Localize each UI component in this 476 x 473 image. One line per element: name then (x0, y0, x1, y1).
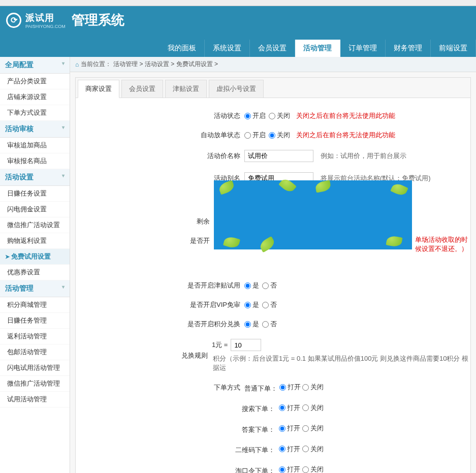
logo-sub: PAISHIYONG.COM (25, 24, 66, 29)
logo-icon: ⟳ (6, 13, 21, 28)
side-item-2-3[interactable]: 购物返利设置 (0, 233, 70, 249)
label-activity-status: 活动状态 (76, 111, 244, 120)
radio-points-no[interactable]: 否 (262, 320, 277, 329)
label-points: 是否开启积分兑换 (76, 320, 244, 329)
sidebar: 全局配置产品分类设置店铺来源设置下单方式设置活动审核审核追加商品审核报名商品活动… (0, 57, 70, 473)
hint-price-name: 例如：试用价，用于前台展示 (321, 151, 406, 161)
mode-label-2: 答案下单： (76, 425, 279, 434)
mode-1-open[interactable]: 打开 (279, 403, 300, 413)
exchange-prefix: 1元 = (212, 340, 228, 350)
nav-item-3[interactable]: 活动管理 (295, 40, 340, 57)
side-item-0-1[interactable]: 店铺来源设置 (0, 89, 70, 105)
overlay-banner (214, 180, 412, 249)
side-item-3-0[interactable]: 积分商城管理 (0, 297, 70, 313)
top-nav: 我的面板系统设置会员设置活动管理订单管理财务管理前端设置 (160, 40, 476, 57)
radio-activity-close[interactable]: 关闭 (269, 111, 290, 120)
system-title: 管理系统 (72, 11, 124, 29)
warn-autorelease: 关闭之后在前台将无法使用此功能 (296, 131, 395, 140)
side-item-1-1[interactable]: 审核报名商品 (0, 153, 70, 169)
mode-0-open[interactable]: 打开 (279, 383, 301, 392)
radio-allowance-no[interactable]: 否 (262, 281, 277, 290)
label-price-name: 活动价名称 (76, 151, 244, 161)
tabs: 商家设置会员设置津贴设置虚拟小号设置 (76, 78, 470, 98)
tab-3[interactable]: 虚拟小号设置 (209, 80, 264, 98)
side-item-3-4[interactable]: 闪电试用活动管理 (0, 360, 70, 376)
tab-2[interactable]: 津贴设置 (165, 80, 207, 98)
side-item-3-3[interactable]: 包邮活动管理 (0, 344, 70, 360)
radio-activity-open[interactable]: 开启 (244, 111, 266, 120)
header: ⟳ 派试用 PAISHIYONG.COM 管理系统 我的面板系统设置会员设置活动… (0, 6, 476, 57)
breadcrumb: ⌂ 当前位置： 活动管理 > 活动设置 > 免费试用设置 > (70, 57, 476, 72)
nav-item-2[interactable]: 会员设置 (250, 40, 295, 57)
side-head-3[interactable]: 活动管理 (0, 280, 70, 297)
side-item-2-0[interactable]: 日赚任务设置 (0, 186, 70, 202)
mode-label-3: 二维码下单： (76, 446, 279, 455)
radio-autorelease-open[interactable]: 开启 (244, 131, 266, 140)
radio-vip-no[interactable]: 否 (262, 300, 277, 309)
side-item-0-2[interactable]: 下单方式设置 (0, 105, 70, 121)
input-price-name[interactable] (244, 150, 313, 162)
mode-2-close[interactable]: 关闭 (302, 424, 324, 433)
input-exchange[interactable] (231, 339, 261, 351)
browser-topbar (0, 0, 476, 6)
side-item-3-5[interactable]: 微信推广活动管理 (0, 376, 70, 392)
side-item-2-2[interactable]: 微信推广活动设置 (0, 217, 70, 233)
side-item-3-6[interactable]: 试用活动管理 (0, 392, 70, 407)
nav-item-1[interactable]: 系统设置 (205, 40, 250, 57)
radio-vip-yes[interactable]: 是 (244, 300, 259, 309)
mode-label-1: 搜索下单： (76, 404, 279, 414)
tab-1[interactable]: 会员设置 (121, 80, 163, 98)
radio-autorelease-close[interactable]: 关闭 (269, 131, 290, 140)
side-item-1-0[interactable]: 审核追加商品 (0, 138, 70, 153)
label-remain: 剩余 (76, 217, 214, 226)
panel: 商家设置会员设置津贴设置虚拟小号设置 活动状态 开启 关闭 关闭之后在前台将无法… (75, 77, 471, 473)
label-vip: 是否开启VIP免审 (76, 300, 244, 309)
mode-1-close[interactable]: 关闭 (302, 403, 324, 413)
radio-allowance-yes[interactable]: 是 (244, 281, 259, 290)
logo-main: 派试用 (25, 12, 66, 24)
label-isopen: 是否开 (76, 236, 214, 245)
label-exchange: 兑换规则 (76, 351, 212, 360)
side-head-1[interactable]: 活动审核 (0, 121, 70, 138)
mode-4-close[interactable]: 关闭 (302, 465, 324, 473)
warn-remain: 单场活动收取的时候设置不退还。） (415, 235, 470, 254)
side-item-2-1[interactable]: 闪电佣金设置 (0, 202, 70, 217)
side-head-2[interactable]: 活动设置 (0, 169, 70, 186)
side-item-0-0[interactable]: 产品分类设置 (0, 74, 70, 89)
mode-3-open[interactable]: 打开 (279, 445, 300, 454)
tab-0[interactable]: 商家设置 (78, 80, 119, 98)
nav-item-6[interactable]: 前端设置 (431, 40, 476, 57)
side-head-0[interactable]: 全局配置 (0, 57, 70, 74)
warn-activity: 关闭之后在前台将无法使用此功能 (296, 111, 395, 120)
nav-item-4[interactable]: 订单管理 (340, 40, 386, 57)
label-auto-release: 自动放单状态 (76, 131, 244, 140)
exchange-suffix: 积分（示例：后台设置1元 = 0.1 如果某试用品价值100元 则兑换这件商品需… (213, 354, 470, 372)
breadcrumb-items: 活动管理 > 活动设置 > 免费试用设置 > (113, 60, 218, 69)
mode-label-4: 淘口令下单： (76, 466, 279, 474)
side-item-2-5[interactable]: 优惠券设置 (0, 265, 70, 280)
mode-4-open[interactable]: 打开 (279, 465, 300, 473)
form: 活动状态 开启 关闭 关闭之后在前台将无法使用此功能 自动放单状态 开启 关闭 … (76, 98, 470, 473)
logo-area: ⟳ 派试用 PAISHIYONG.COM 管理系统 (0, 6, 476, 34)
content: ⌂ 当前位置： 活动管理 > 活动设置 > 免费试用设置 > 商家设置会员设置津… (70, 57, 476, 473)
label-allowance: 是否开启津贴试用 (76, 281, 244, 290)
mode-2-open[interactable]: 打开 (279, 424, 300, 433)
side-item-3-2[interactable]: 返利活动管理 (0, 329, 70, 344)
radio-points-yes[interactable]: 是 (244, 320, 259, 329)
nav-item-5[interactable]: 财务管理 (386, 40, 431, 57)
mode-0-close[interactable]: 关闭 (302, 383, 324, 392)
mode-3-close[interactable]: 关闭 (302, 445, 324, 454)
label-order-mode: 下单方式 (76, 383, 244, 392)
mode-label-0: 普通下单： (244, 385, 277, 392)
home-icon[interactable]: ⌂ (75, 61, 79, 68)
side-item-3-1[interactable]: 日赚任务管理 (0, 313, 70, 329)
breadcrumb-label: 当前位置： (81, 60, 111, 69)
side-item-2-4[interactable]: 免费试用设置 (0, 249, 70, 265)
nav-item-0[interactable]: 我的面板 (160, 40, 205, 57)
